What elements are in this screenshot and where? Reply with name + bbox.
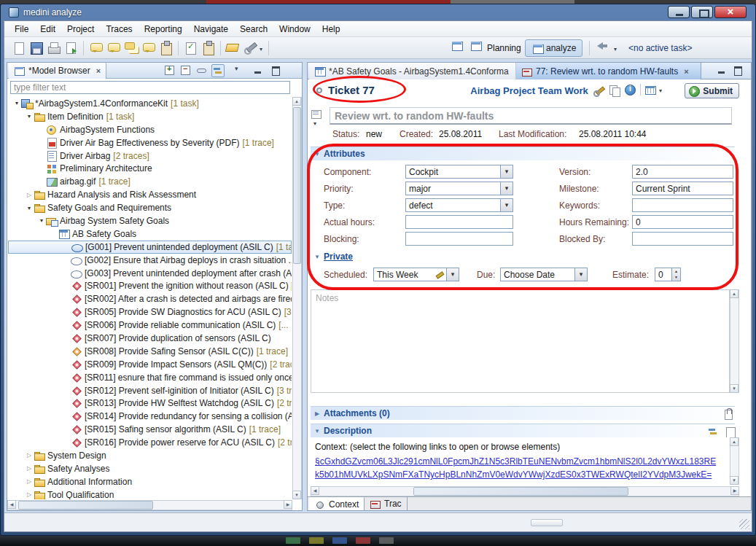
tree-item[interactable]: [SR006] Provide reliable communication (… — [8, 319, 292, 332]
due-date-combo[interactable]: Choose Date — [500, 268, 588, 281]
estimate-spinner[interactable]: 0 ▲▼ — [655, 268, 681, 281]
tree-item[interactable]: [G003] Prevent unintended deployment aft… — [8, 267, 292, 280]
scrollbar-thumb[interactable] — [18, 501, 153, 510]
description-body[interactable]: Context: (select the following links to … — [311, 437, 730, 485]
resize-grip[interactable] — [739, 519, 749, 529]
checklist-icon[interactable] — [182, 39, 200, 57]
open-element-icon[interactable] — [225, 39, 242, 57]
tree-expander-icon[interactable] — [25, 452, 34, 459]
taskbar-icon[interactable] — [332, 537, 347, 544]
menu-item-window[interactable]: Window — [273, 22, 316, 36]
tree-item[interactable]: Hazard Analysis and Risk Assessment — [8, 188, 292, 201]
tree-item[interactable]: [SR014] Provide redundancy for sensing a… — [8, 410, 292, 423]
tree-item[interactable]: [SR012] Prevent self-iginition of Initia… — [8, 384, 292, 397]
spinner-arrows-icon[interactable]: ▲▼ — [671, 268, 680, 281]
description-scrollbar[interactable] — [730, 437, 739, 485]
tree-item[interactable]: [SR005] Provide SW Diagnostics for ACU (… — [8, 305, 292, 319]
taskbar-icon[interactable] — [286, 537, 300, 544]
tab-trac[interactable]: Trac — [365, 497, 408, 510]
tree-horizontal-scrollbar[interactable] — [7, 500, 292, 510]
menu-item-help[interactable]: Help — [316, 22, 346, 36]
tree-item[interactable]: AB Safety Goals — [8, 227, 292, 241]
tree-item[interactable]: Additional Information — [8, 475, 292, 488]
scroll-right-icon[interactable] — [730, 486, 739, 495]
collapse-twistie-icon[interactable] — [311, 253, 324, 260]
notes-textarea[interactable]: Notes — [311, 289, 730, 393]
tree-item[interactable]: [SR013] Provide HW Selftest Watchdog (AS… — [8, 397, 292, 410]
tree-item[interactable]: [SR007] Provide duplication of sensors (… — [8, 332, 292, 345]
tree-item[interactable]: [SR008] Provide Safing Sensor (ASIL C(C)… — [8, 345, 292, 358]
close-icon[interactable]: × — [684, 67, 688, 76]
maximize-button[interactable] — [691, 6, 713, 18]
menu-item-search[interactable]: Search — [234, 22, 273, 36]
status-slider[interactable] — [531, 519, 563, 526]
scroll-down-icon[interactable] — [730, 476, 739, 485]
titlebar[interactable]: medini analyze — [4, 4, 752, 20]
attachments-section-header[interactable]: Attachments (0) — [311, 406, 735, 420]
menu-item-reporting[interactable]: Reporting — [139, 22, 188, 36]
review-icon[interactable] — [140, 39, 157, 57]
new-file-icon[interactable] — [10, 39, 28, 57]
comment-icon[interactable] — [105, 39, 122, 57]
scroll-down-icon[interactable] — [292, 491, 301, 499]
collapse-all-icon[interactable] — [179, 64, 192, 77]
tree-expander-icon[interactable] — [25, 205, 34, 211]
tab-context[interactable]: Context — [309, 497, 365, 510]
taskbar[interactable] — [0, 536, 756, 546]
notes-scrollbar[interactable] — [730, 289, 739, 393]
link-with-editor-icon[interactable] — [195, 64, 209, 77]
field-input[interactable] — [405, 215, 513, 229]
tree-item[interactable]: airbag.gif [1 trace] — [8, 175, 292, 188]
tree-item[interactable]: Driver Airbag [2 traces] — [8, 149, 292, 163]
paste-icon[interactable] — [200, 39, 217, 57]
editor-horizontal-scrollbar[interactable] — [311, 486, 739, 496]
attributes-section-header[interactable]: Attributes — [311, 147, 735, 160]
tree-item[interactable]: Airbag System Safety Goals — [8, 214, 292, 227]
tree-item[interactable]: [SR009] Provide Impact Sensors (ASIL QM(… — [8, 358, 292, 371]
tree-item[interactable]: [G002] Ensure that Airbag deploys in cra… — [8, 254, 292, 267]
minimize-view-icon[interactable] — [252, 64, 265, 77]
field-input[interactable] — [405, 232, 513, 246]
tree-item[interactable]: [SR001] Prevent the ignition without rea… — [8, 279, 292, 292]
field-input[interactable]: 2.0 — [632, 165, 733, 179]
chevron-down-icon[interactable] — [260, 46, 262, 52]
menu-item-edit[interactable]: Edit — [34, 22, 61, 36]
scroll-up-icon[interactable] — [730, 289, 739, 298]
analyze-perspective-button[interactable]: analyze — [525, 39, 582, 57]
chevron-down-icon[interactable] — [614, 46, 617, 52]
expand-twistie-icon[interactable] — [311, 410, 324, 417]
print-icon[interactable] — [45, 39, 63, 57]
context-link-line-1[interactable]: §cGxhdGZvcm06L3Jlc291cmNlL0FpcmJhZ1N5c3R… — [315, 456, 716, 467]
task-icon[interactable] — [157, 39, 175, 57]
chevron-down-icon[interactable] — [659, 87, 662, 94]
configure-icon[interactable] — [592, 84, 605, 97]
sync-toggle-icon[interactable] — [211, 64, 225, 77]
tree-item[interactable]: Driver Air Bag Effectiveness by Severity… — [8, 136, 292, 149]
tab-model-browser[interactable]: *Model Browser × — [9, 63, 106, 79]
scroll-left-icon[interactable] — [7, 500, 16, 509]
tree-item[interactable]: Preliminary Architecture — [8, 162, 292, 175]
configure-tools-icon[interactable] — [242, 39, 260, 57]
field-input[interactable]: major — [405, 182, 513, 195]
context-link-line-2[interactable]: k5b01hMUVkLXpSNmFXaTNycHpBLnNhZmV0eWdvYW… — [315, 469, 712, 480]
tree-vertical-scrollbar[interactable] — [292, 97, 302, 499]
back-arrow-icon[interactable] — [595, 39, 612, 57]
maximize-editor-icon[interactable] — [732, 64, 745, 77]
submit-button[interactable]: Submit — [685, 83, 739, 98]
attachment-icon[interactable] — [722, 408, 733, 420]
menu-item-traces[interactable]: Traces — [100, 22, 138, 36]
scroll-right-icon[interactable] — [284, 500, 292, 509]
tree-expander-icon[interactable] — [25, 113, 34, 120]
info-icon[interactable] — [624, 84, 637, 97]
tree-item[interactable]: Safety Goals and Requirements — [8, 201, 292, 214]
planning-perspective-label[interactable]: Planning — [487, 43, 521, 53]
tree-item[interactable]: [SR002] After a crash is detected and ai… — [8, 292, 292, 305]
filter-input[interactable] — [10, 81, 290, 94]
tree-expander-icon[interactable] — [25, 478, 34, 485]
scroll-left-icon[interactable] — [311, 486, 319, 495]
menu-item-project[interactable]: Project — [61, 22, 100, 36]
save-icon[interactable] — [28, 39, 45, 57]
open-perspective-icon[interactable] — [451, 39, 468, 57]
field-input[interactable] — [632, 232, 733, 246]
tree-expander-icon[interactable] — [37, 217, 46, 224]
